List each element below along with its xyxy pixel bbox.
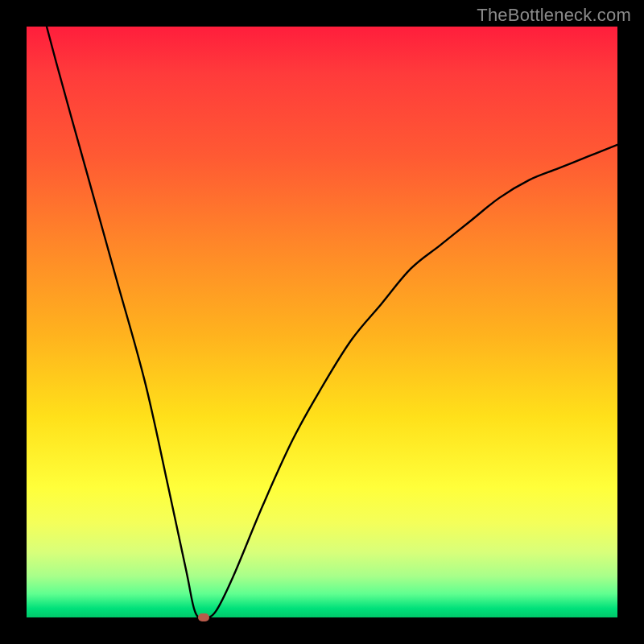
chart-frame: TheBottleneck.com [0,0,644,644]
bottleneck-curve [27,27,617,617]
plot-area [27,27,617,617]
watermark-text: TheBottleneck.com [477,5,631,26]
optimal-point-marker [198,613,209,621]
